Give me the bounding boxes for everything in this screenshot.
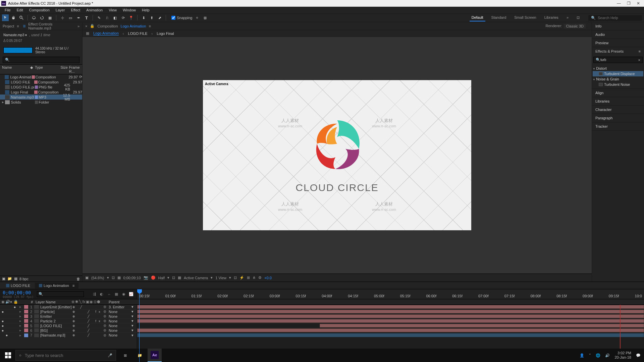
panel-menu-icon[interactable]: ≡ (72, 284, 74, 288)
selection-tool[interactable] (2, 14, 9, 21)
camera-tool[interactable]: ▦ (47, 14, 53, 21)
timeline-layer[interactable]: ●▸7[Namaste.mp3]⊕ ╱⊚None▾ (0, 333, 644, 338)
brush-tool[interactable]: ✎ (96, 14, 102, 21)
panel-menu-icon[interactable]: ≡ (639, 49, 641, 53)
panel-tracker[interactable]: Tracker (592, 122, 644, 130)
flow-item-2[interactable]: Logo Final (157, 32, 174, 36)
transparency-icon[interactable]: ▦ (178, 276, 181, 280)
panel-character[interactable]: Character (592, 106, 644, 114)
pen-tool[interactable]: ✒ (75, 14, 82, 21)
panel-menu-icon[interactable]: ≡ (17, 24, 19, 28)
project-item[interactable]: Namaste.mp3MP312.5 MB (0, 95, 82, 100)
menu-edit[interactable]: Edit (14, 7, 26, 13)
help-search[interactable]: 🔍 (588, 15, 642, 21)
roi-icon[interactable]: ⊡ (172, 276, 175, 280)
effects-search[interactable]: 🔍 × (593, 57, 643, 63)
panel-overflow-icon[interactable]: » (77, 24, 79, 28)
draft3d-icon[interactable]: ◐ (99, 291, 105, 297)
help-search-input[interactable] (598, 16, 638, 20)
interpret-icon[interactable]: ▣ (2, 277, 5, 281)
frame-blend-icon[interactable]: ▦ (113, 291, 119, 297)
close-button[interactable]: ✕ (637, 1, 640, 6)
panel-effects-presets[interactable]: Effects & Presets≡ (592, 47, 644, 55)
volume-icon[interactable]: 🔊 (605, 353, 610, 358)
channel-icon[interactable]: 🔴 (151, 276, 156, 280)
snapping-checkbox[interactable] (171, 16, 175, 20)
comp-menu-icon[interactable]: ≡ (149, 24, 151, 28)
project-item[interactable]: Logo AnimationComposition29.97⟳ (0, 74, 82, 79)
workspace-standard[interactable]: Standard (489, 14, 508, 21)
reset-exposure-icon[interactable]: ⚙ (258, 276, 262, 280)
menu-file[interactable]: File (2, 7, 13, 13)
panel-audio[interactable]: Audio (592, 31, 644, 39)
menu-effect[interactable]: Effect (68, 7, 83, 13)
notifications-icon[interactable]: 💬 (636, 353, 641, 358)
timeline-layer[interactable]: ▸3Emitter⊕ ╱⊚None▾ (0, 314, 644, 319)
panel-align[interactable]: Align (592, 89, 644, 97)
snap-opt-2-icon[interactable]: ⊞ (202, 14, 209, 21)
always-preview-icon[interactable]: ▣ (85, 276, 89, 280)
tab-project[interactable]: Project≡ (3, 24, 19, 28)
axis-world-icon[interactable]: ⬆ (148, 14, 155, 21)
col-name[interactable]: Name (0, 65, 30, 73)
panel-info[interactable]: Info (592, 22, 644, 30)
zoom-dropdown[interactable]: (54.6%) (91, 276, 104, 280)
minimize-button[interactable]: — (617, 1, 621, 6)
shy-icon[interactable]: ⎓ (106, 291, 112, 297)
comp-lock-icon[interactable]: 🔒 (90, 24, 95, 28)
rect-tool[interactable]: ▭ (67, 14, 74, 21)
bpc-label[interactable]: 8 bpc (19, 277, 29, 281)
cam-chevron-icon[interactable]: ▾ (211, 276, 213, 280)
task-view-icon[interactable]: ⊞ (118, 349, 132, 362)
clear-icon[interactable]: × (638, 58, 640, 62)
timeline-tab-0[interactable]: LOGO FILE (2, 283, 34, 289)
clone-tool[interactable]: ⎍ (104, 14, 110, 21)
exposure-value[interactable]: +0.0 (264, 276, 272, 280)
motion-blur-icon[interactable]: ◉ (121, 291, 127, 297)
project-item[interactable]: LOGO FILE.pngPNG file425 KB (0, 84, 82, 89)
panel-libraries[interactable]: Libraries (592, 97, 644, 105)
panel-paragraph[interactable]: Paragraph (592, 114, 644, 122)
menu-window[interactable]: Window (120, 7, 139, 13)
timeline-search[interactable]: 🔍 (37, 291, 84, 297)
workspace-default[interactable]: Default (470, 14, 485, 21)
rotation-tool[interactable] (39, 14, 45, 21)
menu-view[interactable]: View (106, 7, 119, 13)
camera-dropdown[interactable]: Active Camera (184, 276, 208, 280)
workspace-expand-icon[interactable]: ⊡ (575, 14, 582, 21)
col-size[interactable]: Size (55, 65, 69, 73)
mic-icon[interactable]: 🎤 (108, 353, 112, 358)
fx-item[interactable]: Turbulent Noise (593, 82, 643, 87)
hand-tool[interactable] (10, 14, 17, 21)
fx-item[interactable]: Turbulent Displace (593, 71, 643, 76)
composition-viewer[interactable]: Active Camera CLOUD CIRCLE 人人素材www.rr-sc… (203, 80, 471, 230)
tray-chevron-icon[interactable]: ˄ (589, 353, 591, 358)
resolution-dropdown[interactable]: Half (158, 276, 165, 280)
snapshot-icon[interactable]: 📷 (144, 276, 148, 280)
timeline-tab-1[interactable]: Logo Animation≡ (35, 283, 78, 289)
time-ruler[interactable]: 00:15f01:00f01:15f02:00f02:15f03:00f03:1… (137, 289, 644, 299)
menu-help[interactable]: Help (139, 7, 152, 13)
timeline-layer[interactable]: ●▸1LayerEmit [Emitter]⊕ ╱⊚3. Emitter▾ (0, 305, 644, 309)
workspace-small[interactable]: Small Screen (512, 14, 538, 21)
trash-icon[interactable]: 🗑 (76, 277, 80, 281)
zoom-tool[interactable] (18, 14, 25, 21)
comp-tab-name[interactable]: Logo Animation (121, 24, 146, 28)
timeline-layer[interactable]: ●▸2[Particle]⊕ ╱ fx⊚None▾ (0, 309, 644, 314)
panel-preview[interactable]: Preview (592, 39, 644, 47)
orbit-tool[interactable] (31, 14, 37, 21)
workspace-libraries[interactable]: Libraries (542, 14, 560, 21)
network-icon[interactable]: 🌐 (596, 353, 600, 358)
flowchart-icon[interactable]: ⋔ (253, 276, 256, 280)
taskbar-search-input[interactable] (25, 353, 92, 358)
people-icon[interactable]: 👤 (580, 353, 584, 358)
zoom-chevron-icon[interactable]: ▾ (107, 276, 109, 280)
project-search[interactable]: 🔍 (3, 57, 79, 63)
col-type[interactable]: Type (35, 65, 55, 73)
col-label-icon[interactable]: ◆ (30, 65, 35, 73)
effects-search-input[interactable] (600, 58, 634, 62)
res-chevron-icon[interactable]: ▾ (167, 276, 169, 280)
comp-mini-flowchart-icon[interactable]: ⇶ (91, 291, 97, 297)
grid-icon[interactable]: ▦ (117, 276, 121, 280)
puppet-tool[interactable]: 📍 (128, 14, 135, 21)
